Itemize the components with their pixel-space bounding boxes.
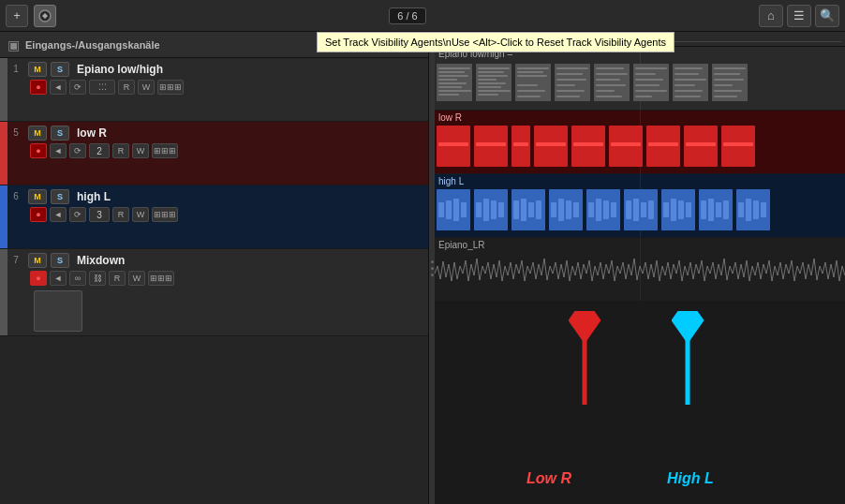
- solo-btn-epiano[interactable]: S: [51, 62, 69, 77]
- track-name-mixdown: Mixdown: [77, 254, 125, 267]
- edit-btn-highl[interactable]: ⟳: [69, 207, 86, 222]
- home-icon[interactable]: ⌂: [759, 5, 783, 27]
- track-number-7: 7: [7, 249, 24, 335]
- svg-rect-51: [675, 84, 695, 86]
- read-btn-mixdown[interactable]: R: [109, 271, 126, 286]
- svg-rect-92: [528, 202, 534, 217]
- svg-rect-37: [596, 84, 626, 86]
- svg-rect-50: [675, 79, 706, 81]
- svg-rect-70: [573, 142, 603, 146]
- svg-rect-120: [738, 202, 744, 217]
- read-btn-lowr[interactable]: R: [112, 143, 129, 158]
- svg-rect-41: [635, 67, 667, 69]
- mute-btn-mixdown[interactable]: M: [28, 253, 47, 268]
- svg-rect-59: [714, 90, 742, 92]
- svg-rect-9: [438, 94, 459, 96]
- svg-rect-30: [556, 84, 575, 86]
- svg-rect-44: [635, 84, 660, 86]
- svg-rect-56: [714, 73, 740, 75]
- sep-dot-2: [431, 267, 434, 270]
- svg-rect-87: [491, 200, 497, 219]
- track-counter: 6 / 6: [389, 7, 425, 24]
- track-number-6: 6: [7, 185, 24, 248]
- svg-rect-106: [633, 199, 639, 221]
- record-btn-mixdown[interactable]: ●: [30, 271, 47, 286]
- svg-rect-12: [478, 71, 504, 73]
- fx-btn-epiano[interactable]: ⊞⊞⊞: [157, 80, 184, 95]
- lane-label-mixdown: Epiano_LR: [438, 240, 484, 250]
- read-btn-epiano[interactable]: R: [118, 80, 135, 95]
- edit-btn-epiano[interactable]: ⟳: [69, 80, 86, 95]
- read-btn-highl[interactable]: R: [112, 207, 129, 222]
- svg-rect-113: [686, 202, 691, 217]
- fx-btn-lowr[interactable]: ⊞⊞⊞: [152, 143, 178, 158]
- track-controls-mixdown: M S Mixdown ● ◄ ∞ ⛓ R W ⊞⊞⊞: [24, 249, 428, 335]
- mixdown-preview-box: [34, 290, 82, 332]
- svg-rect-122: [753, 200, 759, 219]
- midi-btn-epiano[interactable]: ⁚⁚⁚: [89, 80, 115, 95]
- svg-rect-34: [596, 67, 624, 69]
- monitor-btn-lowr[interactable]: ◄: [50, 143, 67, 158]
- monitor-btn-epiano[interactable]: ◄: [50, 80, 67, 95]
- mute-btn-epiano[interactable]: M: [28, 62, 47, 77]
- annotation-area: Low R High L: [435, 302, 845, 504]
- chain-btn-mixdown[interactable]: ⛓: [89, 271, 106, 286]
- track-color-lowr: [0, 122, 7, 185]
- svg-rect-78: [723, 142, 753, 146]
- write-btn-lowr[interactable]: W: [132, 143, 149, 158]
- svg-rect-90: [513, 200, 519, 219]
- svg-rect-80: [438, 202, 444, 217]
- svg-rect-112: [678, 200, 684, 219]
- write-btn-mixdown[interactable]: W: [128, 271, 145, 286]
- solo-btn-highl[interactable]: S: [51, 189, 69, 204]
- svg-rect-117: [716, 202, 721, 217]
- svg-rect-93: [536, 200, 541, 219]
- solo-btn-mixdown[interactable]: S: [51, 253, 69, 268]
- ch-btn-lowr[interactable]: 2: [89, 143, 110, 158]
- fx-btn-mixdown[interactable]: ⊞⊞⊞: [148, 271, 174, 286]
- monitor-btn-mixdown[interactable]: ◄: [50, 271, 67, 286]
- mute-btn-highl[interactable]: M: [28, 189, 47, 204]
- link-btn-mixdown[interactable]: ∞: [69, 271, 86, 286]
- svg-rect-118: [723, 200, 729, 219]
- svg-rect-31: [556, 90, 585, 92]
- sep-dot-3: [431, 274, 434, 276]
- svg-rect-121: [746, 199, 751, 221]
- edit-btn-lowr[interactable]: ⟳: [69, 143, 86, 158]
- list-icon[interactable]: ☰: [787, 5, 811, 27]
- record-btn-highl[interactable]: ●: [30, 207, 47, 222]
- add-button[interactable]: +: [6, 5, 28, 27]
- svg-rect-29: [556, 79, 586, 81]
- svg-rect-5: [438, 79, 457, 81]
- lane-label-highl: high L: [438, 176, 464, 186]
- svg-rect-22: [517, 75, 547, 77]
- search-icon[interactable]: 🔍: [815, 5, 839, 27]
- solo-btn-lowr[interactable]: S: [51, 126, 69, 141]
- svg-rect-83: [461, 202, 467, 217]
- track-number-1: 1: [7, 58, 24, 121]
- toolbar-icons: ⌂ ☰ 🔍: [759, 5, 839, 27]
- fx-btn-highl[interactable]: ⊞⊞⊞: [152, 207, 178, 222]
- svg-rect-4: [438, 75, 468, 77]
- logo-icon: [34, 5, 56, 27]
- svg-rect-81: [446, 200, 452, 219]
- track-name-lowr: low R: [77, 126, 107, 140]
- svg-rect-27: [556, 67, 588, 69]
- write-btn-highl[interactable]: W: [132, 207, 149, 222]
- record-btn-lowr[interactable]: ●: [30, 143, 47, 158]
- svg-rect-17: [478, 90, 511, 92]
- record-btn-epiano[interactable]: ●: [30, 80, 47, 95]
- track-row-epiano: 1 M S Epiano low/high ● ◄ ⟳ ⁚⁚⁚ R W ⊞⊞⊞: [0, 58, 428, 122]
- svg-rect-124: [435, 253, 845, 294]
- ch-btn-highl[interactable]: 3: [89, 207, 110, 222]
- svg-rect-3: [438, 71, 465, 73]
- svg-rect-7: [438, 86, 462, 88]
- svg-rect-110: [663, 202, 669, 217]
- svg-rect-72: [611, 142, 641, 146]
- mute-btn-lowr[interactable]: M: [28, 126, 47, 141]
- channel-in-icon: ▣: [7, 37, 20, 52]
- svg-rect-18: [478, 94, 498, 96]
- svg-rect-14: [478, 79, 497, 81]
- write-btn-epiano[interactable]: W: [138, 80, 155, 95]
- monitor-btn-highl[interactable]: ◄: [50, 207, 67, 222]
